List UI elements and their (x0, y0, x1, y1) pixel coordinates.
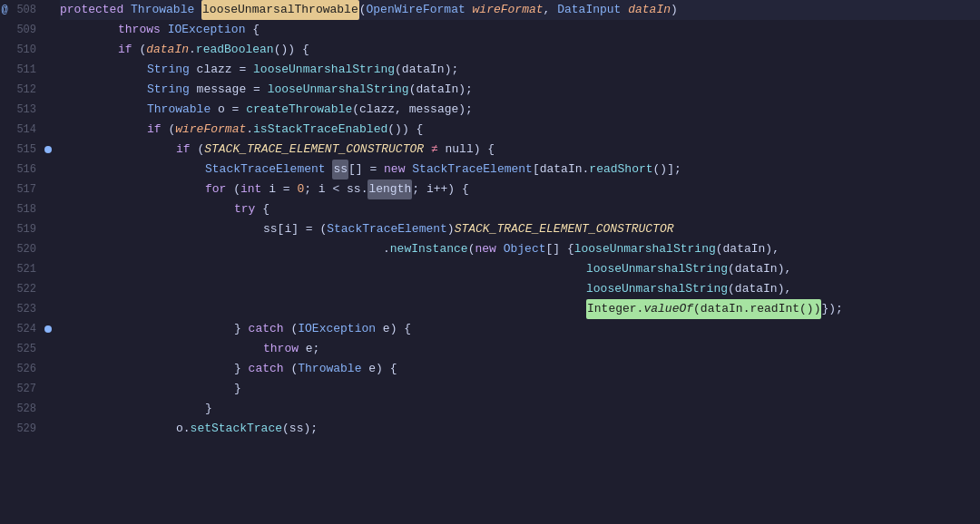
line-row-515: 515 (0, 140, 53, 160)
line-row-516: 516 (0, 160, 53, 180)
highlighted-expr-523: Integer.valueOf(dataIn.readInt()) (586, 299, 821, 319)
code-line-508: protected Throwable looseUnmarsalThrowab… (60, 0, 980, 20)
line-row-514: 514 (0, 120, 53, 140)
code-line-525: throw e; (60, 339, 980, 359)
line-num-511: 511 (9, 60, 44, 80)
code-line-513: Throwable o = createThrowable(clazz, mes… (60, 100, 980, 120)
line-num-519: 519 (9, 219, 44, 239)
highlighted-length: length (368, 180, 412, 199)
line-num-515: 515 (9, 140, 44, 160)
line-row-523: 523 (0, 299, 53, 319)
line-row-508: @ 508 (0, 0, 53, 20)
line-row-521: 521 (0, 259, 53, 279)
code-line-512: String message = looseUnmarshalString(da… (60, 80, 980, 100)
line-row-528: 528 (0, 399, 53, 419)
at-marker-508: @ (0, 0, 9, 20)
line-row-529: 529 (0, 419, 53, 439)
code-content: protected Throwable looseUnmarsalThrowab… (53, 0, 980, 524)
line-num-520: 520 (9, 239, 44, 259)
code-line-514: if (wireFormat.isStackTraceEnabled()) { (60, 120, 980, 140)
code-line-520: .newInstance(new Object[] {looseUnmarsha… (60, 239, 980, 259)
line-row-510: 510 (0, 40, 53, 60)
line-row-518: 518 (0, 199, 53, 219)
line-row-511: 511 (0, 60, 53, 80)
line-row-517: 517 (0, 180, 53, 199)
line-num-525: 525 (9, 339, 44, 359)
line-num-523: 523 (9, 299, 44, 319)
line-num-529: 529 (9, 419, 44, 439)
code-line-523: Integer.valueOf(dataIn.readInt())}); (60, 299, 980, 319)
breakpoint-524 (44, 325, 52, 333)
code-line-522: looseUnmarshalString(dataIn), (60, 279, 980, 299)
line-num-528: 528 (9, 399, 44, 419)
code-line-529: o.setStackTrace(ss); (60, 419, 980, 439)
line-num-510: 510 (9, 40, 44, 60)
line-row-524: 524 (0, 319, 53, 339)
line-row-513: 513 (0, 100, 53, 120)
code-line-516: StackTraceElement ss[] = new StackTraceE… (60, 160, 980, 180)
line-gutter: @ 508 509 510 511 512 513 (0, 0, 53, 524)
code-line-518: try { (60, 199, 980, 219)
breakpoint-515 (44, 146, 52, 153)
code-line-526: } catch (Throwable e) { (60, 359, 980, 379)
code-line-515: if (STACK_TRACE_ELEMENT_CONSTRUCTOR ≠ nu… (60, 140, 980, 160)
code-editor: @ 508 509 510 511 512 513 (0, 0, 980, 524)
line-num-526: 526 (9, 359, 44, 379)
line-num-508: 508 (9, 0, 44, 20)
line-row-520: 520 (0, 239, 53, 259)
line-num-514: 514 (9, 120, 44, 140)
line-row-522: 522 (0, 279, 53, 299)
line-row-512: 512 (0, 80, 53, 100)
code-line-528: } (60, 399, 980, 419)
line-num-521: 521 (9, 259, 44, 279)
line-num-524: 524 (9, 319, 44, 339)
line-num-509: 509 (9, 20, 44, 40)
code-line-509: throws IOException { (60, 20, 980, 40)
line-num-517: 517 (9, 180, 44, 199)
code-line-511: String clazz = looseUnmarshalString(data… (60, 60, 980, 80)
line-row-526: 526 (0, 359, 53, 379)
line-num-513: 513 (9, 100, 44, 120)
line-num-522: 522 (9, 279, 44, 299)
line-num-516: 516 (9, 160, 44, 180)
line-row-519: 519 (0, 219, 53, 239)
line-row-525: 525 (0, 339, 53, 359)
line-row-509: 509 (0, 20, 53, 40)
code-line-524: } catch (IOException e) { (60, 319, 980, 339)
code-line-510: if (dataIn.readBoolean()) { (60, 40, 980, 60)
highlighted-method-508: looseUnmarsalThrowable (201, 0, 359, 20)
line-row-527: 527 (0, 379, 53, 399)
code-line-517: for (int i = 0; i < ss.length; i++) { (60, 180, 980, 199)
code-line-527: } (60, 379, 980, 399)
highlighted-var-ss: ss (332, 160, 348, 180)
line-num-518: 518 (9, 199, 44, 219)
line-num-512: 512 (9, 80, 44, 100)
code-line-519: ss[i] = (StackTraceElement)STACK_TRACE_E… (60, 219, 980, 239)
code-line-521: looseUnmarshalString(dataIn), (60, 259, 980, 279)
line-num-527: 527 (9, 379, 44, 399)
